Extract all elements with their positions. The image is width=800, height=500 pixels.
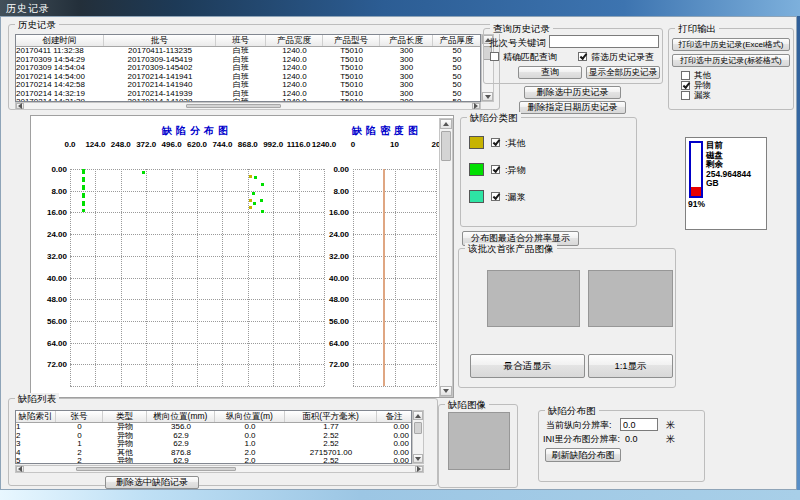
density-line: [383, 169, 385, 386]
defect-table-row[interactable]: 52异物62.92.02.520.00: [16, 457, 411, 464]
defect-image-placeholder: [448, 412, 510, 470]
scroll-left-icon[interactable]: [16, 103, 24, 109]
history-table-row[interactable]: 20170309 14:54:2920170309-145419白班1240.0…: [16, 56, 480, 65]
vscroll-thumb[interactable]: [414, 422, 422, 434]
defect-table-cell: 异物: [103, 423, 147, 432]
scroll-left-icon[interactable]: [16, 466, 24, 472]
defect-table-cell: 1: [16, 423, 56, 432]
defect-table-row[interactable]: 42其他876.82.02715701.000.00: [16, 449, 411, 458]
history-table-row[interactable]: 20170214 14:54:0020170214-141941白班1240.0…: [16, 73, 480, 82]
filter-history-checkbox[interactable]: [578, 52, 587, 61]
taskbar[interactable]: [0, 490, 800, 500]
delete-selected-history-button[interactable]: 删除选中历史记录: [524, 86, 621, 99]
scroll-down-icon[interactable]: [413, 454, 423, 463]
disk-percent-label: 91%: [688, 200, 705, 210]
batch-keyword-input[interactable]: [549, 35, 659, 48]
legend-checkbox-2[interactable]: [491, 192, 500, 201]
defect-point-异物: [254, 176, 257, 179]
scroll-down-icon[interactable]: [440, 386, 452, 396]
print-filter-checkbox-0[interactable]: [681, 71, 690, 80]
legend-swatch-2: [469, 190, 484, 203]
chart-vscrollbar[interactable]: [439, 118, 453, 397]
defect-table-vscrollbar[interactable]: [412, 410, 424, 464]
history-table[interactable]: 创建时间批号班号产品宽度产品型号产品长度产品厚度 20170411 11:32:…: [15, 34, 481, 102]
product-images-group-label: 该批次首张产品图像: [465, 243, 557, 254]
history-table-cell: 白班: [216, 56, 266, 65]
search-button[interactable]: 查询: [518, 66, 582, 79]
delete-selected-defect-button[interactable]: 删除选中缺陷记录: [105, 476, 199, 489]
desktop: 历史记录 历史记录 创建时间批号班号产品宽度产品型号产品长度产品厚度 20170…: [0, 0, 800, 500]
history-table-column-header[interactable]: 批号: [104, 35, 216, 46]
defect-table-column-header[interactable]: 张号: [56, 411, 103, 422]
defect-table-cell: 0.00: [377, 440, 411, 449]
defect-table-column-header[interactable]: 类型: [103, 411, 147, 422]
defect-table-body: 10异物356.00.01.770.0020异物62.90.02.520.003…: [16, 423, 411, 464]
chart2-ytick: 32.00: [315, 252, 349, 261]
density-chart-title: 缺陷密度图: [331, 124, 443, 138]
print-filter-checkbox-2[interactable]: [681, 91, 690, 100]
legend-swatch-1: [469, 163, 484, 176]
defect-table-column-header[interactable]: 横向位置(mm): [147, 411, 215, 422]
defect-chart-panel: 缺陷分布图 缺陷密度图 0.0124.0248.0372.0496.0620.0…: [30, 115, 454, 398]
exact-match-checkbox[interactable]: [490, 52, 499, 61]
history-table-body: 20170411 11:32:3820170411-113235白班1240.0…: [16, 47, 480, 102]
scroll-right-icon[interactable]: [472, 103, 480, 109]
history-table-column-header[interactable]: 产品长度: [380, 35, 433, 46]
disk-gauge: 91% 目前磁盘剩余254.964844GB: [685, 137, 767, 230]
defect-table-cell: 0.0: [215, 423, 285, 432]
window-titlebar[interactable]: 历史记录: [0, 0, 800, 16]
hscroll-thumb[interactable]: [76, 467, 236, 471]
defect-table-column-header[interactable]: 缺陷索引: [16, 411, 56, 422]
one-to-one-display-button[interactable]: 1:1显示: [588, 354, 673, 378]
history-table-column-header[interactable]: 班号: [216, 35, 266, 46]
history-table-column-header[interactable]: 产品宽度: [266, 35, 323, 46]
chart1-gridline: [70, 256, 324, 257]
defect-table-row[interactable]: 31异物62.91.02.520.00: [16, 440, 411, 449]
history-table-column-header[interactable]: 产品型号: [323, 35, 380, 46]
print-filter-checkbox-1[interactable]: [681, 81, 690, 90]
scroll-down-icon[interactable]: [482, 92, 493, 101]
chart1-ytick: 56.00: [33, 317, 67, 326]
defect-table-column-header[interactable]: 纵向位置(m): [215, 411, 285, 422]
print-excel-button[interactable]: 打印选中历史记录(Excel格式): [672, 38, 790, 51]
show-all-history-button[interactable]: 显示全部历史记录: [586, 66, 660, 79]
history-table-column-header[interactable]: 产品厚度: [433, 35, 481, 46]
scroll-up-icon[interactable]: [413, 411, 423, 420]
history-table-cell: 白班: [216, 90, 266, 99]
history-table-cell: 白班: [216, 64, 266, 73]
chart1-gridline: [70, 212, 324, 213]
defect-list-table[interactable]: 缺陷索引张号类型横向位置(mm)纵向位置(m)面积(平方毫米)备注 10异物35…: [15, 410, 412, 464]
defect-table-row[interactable]: 20异物62.90.02.520.00: [16, 432, 411, 441]
defect-table-hscrollbar[interactable]: [15, 465, 424, 473]
refresh-distribution-button[interactable]: 刷新缺陷分布图: [545, 448, 621, 462]
scroll-up-icon[interactable]: [440, 119, 452, 129]
defect-table-column-header[interactable]: 面积(平方毫米): [285, 411, 377, 422]
print-label-button[interactable]: 打印选中历史记录(标签格式): [672, 54, 790, 67]
vscroll-thumb[interactable]: [441, 131, 451, 161]
hscroll-thumb[interactable]: [186, 104, 281, 108]
history-table-row[interactable]: 20170214 14:42:5820170214-141940白班1240.0…: [16, 81, 480, 90]
defect-legend-group: 缺陷分类图 :其他:异物:漏浆: [460, 117, 637, 227]
history-table-column-header[interactable]: 创建时间: [16, 35, 104, 46]
chart2-gridline: [353, 299, 436, 300]
defect-table-cell: 62.9: [147, 432, 215, 441]
scroll-right-icon[interactable]: [415, 466, 423, 472]
history-table-cell: 20170214 14:42:58: [16, 81, 104, 90]
defect-table-row[interactable]: 10异物356.00.01.770.00: [16, 423, 411, 432]
defect-point-其他: [249, 199, 252, 202]
delete-by-date-history-button[interactable]: 删除指定日期历史记录: [519, 101, 626, 114]
defect-table-cell: 0: [56, 432, 103, 441]
fit-display-button[interactable]: 最合适显示: [470, 354, 585, 378]
legend-checkbox-1[interactable]: [491, 165, 500, 174]
history-table-row[interactable]: 20170309 14:54:0420170309-145402白班1240.0…: [16, 64, 480, 73]
history-table-cell: T5010: [323, 56, 380, 65]
defect-table-column-header[interactable]: 备注: [377, 411, 412, 422]
history-table-hscrollbar[interactable]: [15, 102, 481, 110]
history-table-row[interactable]: 20170411 11:32:3820170411-113235白班1240.0…: [16, 47, 480, 56]
history-table-row[interactable]: 20170214 14:32:1920170214-141939白班1240.0…: [16, 90, 480, 99]
defect-table-cell: 0.0: [215, 432, 285, 441]
current-resolution-input[interactable]: [620, 418, 658, 431]
defect-table-cell: 0.00: [377, 457, 411, 464]
legend-checkbox-0[interactable]: [491, 138, 500, 147]
history-table-cell: 50: [433, 73, 480, 82]
